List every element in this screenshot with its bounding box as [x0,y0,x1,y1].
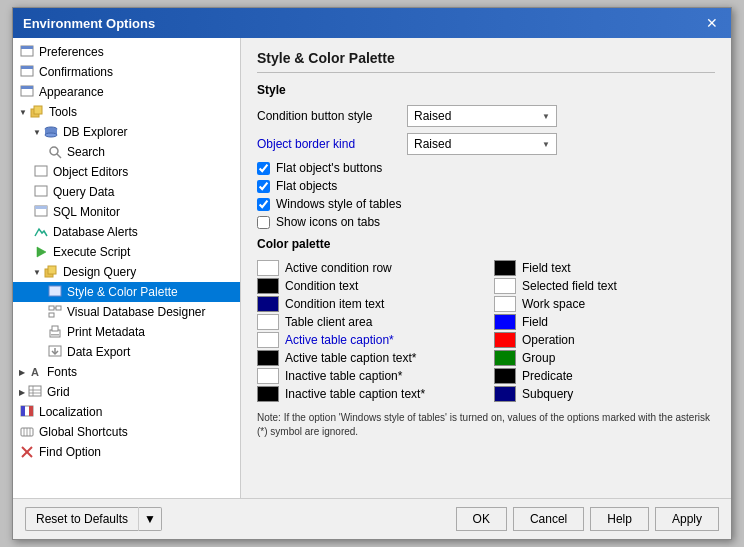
sidebar-label-sql-monitor: SQL Monitor [53,205,120,219]
svg-rect-27 [51,334,59,336]
condition-button-style-arrow: ▼ [542,112,550,121]
color-swatch-subquery[interactable] [494,386,516,402]
find-option-icon [19,444,35,460]
sidebar-item-db-explorer[interactable]: ▼ DB Explorer [13,122,240,142]
color-swatch-table-client-area[interactable] [257,314,279,330]
sidebar-label-print-metadata: Print Metadata [67,325,145,339]
color-row-active-condition-row: Active condition row [257,259,478,277]
content-title: Style & Color Palette [257,50,715,73]
color-row-active-table-caption-text: Active table caption text* [257,349,478,367]
object-border-kind-dropdown[interactable]: Raised ▼ [407,133,557,155]
color-swatch-condition-text[interactable] [257,278,279,294]
style-section-label: Style [257,83,715,97]
sidebar-item-print-metadata[interactable]: Print Metadata [13,322,240,342]
color-row-selected-field-text: Selected field text [494,277,715,295]
color-label-table-client-area: Table client area [285,315,372,329]
sidebar-item-query-data[interactable]: Query Data [13,182,240,202]
color-swatch-group[interactable] [494,350,516,366]
color-label-condition-item-text: Condition item text [285,297,384,311]
content-area: Style & Color Palette Style Condition bu… [241,38,731,498]
svg-rect-1 [21,46,33,49]
sql-monitor-icon [33,204,49,220]
dialog-title: Environment Options [23,16,155,31]
sidebar-item-fonts[interactable]: ▶ A Fonts [13,362,240,382]
color-palette-section-label: Color palette [257,237,715,251]
sidebar-label-query-data: Query Data [53,185,114,199]
sidebar-item-search[interactable]: Search [13,142,240,162]
sidebar-label-data-export: Data Export [67,345,130,359]
cancel-button[interactable]: Cancel [513,507,584,531]
sidebar-item-visual-database-designer[interactable]: Visual Database Designer [13,302,240,322]
sidebar-label-confirmations: Confirmations [39,65,113,79]
svg-rect-13 [35,166,47,176]
svg-rect-3 [21,66,33,69]
color-row-operation: Operation [494,331,715,349]
sidebar-item-database-alerts[interactable]: Database Alerts [13,222,240,242]
close-button[interactable]: ✕ [703,14,721,32]
color-label-group: Group [522,351,555,365]
sidebar-label-find-option: Find Option [39,445,101,459]
sidebar-item-localization[interactable]: Localization [13,402,240,422]
color-row-group: Group [494,349,715,367]
sidebar-item-find-option[interactable]: Find Option [13,442,240,462]
color-swatch-selected-field-text[interactable] [494,278,516,294]
color-row-predicate: Predicate [494,367,715,385]
global-shortcuts-icon [19,424,35,440]
environment-options-dialog: Environment Options ✕ Preferences Confir… [12,7,732,540]
sidebar-item-style-color-palette[interactable]: Style & Color Palette [13,282,240,302]
sidebar-item-grid[interactable]: ▶ Grid [13,382,240,402]
sidebar-item-tools[interactable]: ▼ Tools [13,102,240,122]
svg-rect-36 [29,406,33,416]
condition-button-style-dropdown[interactable]: Raised ▼ [407,105,557,127]
sidebar-item-confirmations[interactable]: Confirmations [13,62,240,82]
ok-button[interactable]: OK [456,507,507,531]
condition-button-style-value: Raised [414,109,451,123]
flat-object-buttons-label: Flat object's buttons [276,161,382,175]
help-button[interactable]: Help [590,507,649,531]
color-swatch-operation[interactable] [494,332,516,348]
color-palette-grid: Active condition row Condition text Cond… [257,259,715,403]
color-swatch-active-table-caption[interactable] [257,332,279,348]
svg-rect-35 [21,406,25,416]
svg-rect-5 [21,86,33,89]
visual-db-designer-icon [47,304,63,320]
sidebar-item-execute-script[interactable]: Execute Script [13,242,240,262]
sidebar-item-appearance[interactable]: Appearance [13,82,240,102]
windows-style-tables-checkbox[interactable] [257,198,270,211]
sidebar-label-appearance: Appearance [39,85,104,99]
color-swatch-condition-item-text[interactable] [257,296,279,312]
sidebar-label-global-shortcuts: Global Shortcuts [39,425,128,439]
apply-button[interactable]: Apply [655,507,719,531]
reset-to-defaults-button[interactable]: Reset to Defaults [25,507,138,531]
sidebar-item-preferences[interactable]: Preferences [13,42,240,62]
flat-object-buttons-checkbox[interactable] [257,162,270,175]
color-swatch-active-condition-row[interactable] [257,260,279,276]
windows-style-tables-row: Windows style of tables [257,197,715,211]
color-swatch-active-table-caption-text[interactable] [257,350,279,366]
svg-rect-20 [49,286,61,296]
sidebar-item-data-export[interactable]: Data Export [13,342,240,362]
execute-script-icon [33,244,49,260]
sidebar-item-sql-monitor[interactable]: SQL Monitor [13,202,240,222]
color-swatch-predicate[interactable] [494,368,516,384]
sidebar-label-design-query: Design Query [63,265,136,279]
reset-to-defaults-arrow[interactable]: ▼ [138,507,162,531]
color-swatch-work-space[interactable] [494,296,516,312]
color-swatch-inactive-table-caption[interactable] [257,368,279,384]
svg-rect-7 [34,106,42,114]
sidebar-label-object-editors: Object Editors [53,165,128,179]
sidebar-item-design-query[interactable]: ▼ Design Query [13,262,240,282]
color-label-active-condition-row: Active condition row [285,261,392,275]
color-swatch-field-text[interactable] [494,260,516,276]
show-icons-tabs-checkbox[interactable] [257,216,270,229]
flat-objects-checkbox[interactable] [257,180,270,193]
sidebar-item-global-shortcuts[interactable]: Global Shortcuts [13,422,240,442]
sidebar-label-style-color-palette: Style & Color Palette [67,285,178,299]
color-label-active-table-caption: Active table caption* [285,333,394,347]
color-swatch-field[interactable] [494,314,516,330]
color-row-subquery: Subquery [494,385,715,403]
color-swatch-inactive-table-caption-text[interactable] [257,386,279,402]
sidebar-item-object-editors[interactable]: Object Editors [13,162,240,182]
color-label-inactive-table-caption: Inactive table caption* [285,369,402,383]
color-label-field: Field [522,315,548,329]
